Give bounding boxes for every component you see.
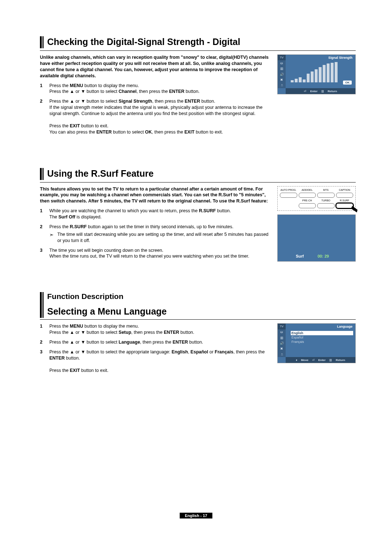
osd-language: TV ⛀ ▥ 🔊 ✖ ⎍ Language English Español Fr… [277, 323, 356, 363]
step-body: While you are watching the channel to wh… [49, 208, 271, 220]
heading-marker [40, 292, 44, 318]
enter-icon: ⏎ [304, 90, 306, 93]
step-number: 2 [40, 98, 49, 135]
sound-icon: 🔊 [278, 340, 286, 346]
step-body: Press the MENU button to display the men… [49, 83, 271, 95]
setup-icon: ✖ [278, 77, 286, 82]
ok-button[interactable]: OK [343, 81, 352, 85]
osd-footer: ♦Move ⏎Enter ▥Return [286, 357, 355, 363]
step-body: Press the MENU button to display the men… [49, 323, 271, 336]
section-rsurf: Using the R.Surf Feature This feature al… [40, 168, 356, 263]
highlight-stroke-icon [351, 206, 358, 213]
picture-icon: ▥ [278, 335, 286, 340]
osd-footer: ⏎Enter ▥Return [286, 88, 355, 94]
step-body: Press the ▲ or ▼ button to select the ap… [49, 349, 271, 374]
step-number: 3 [40, 349, 49, 374]
antenna-icon: ⛀ [278, 60, 286, 66]
return-icon: ▥ [329, 358, 332, 362]
surf-label: Surf [296, 254, 304, 258]
remote-button[interactable] [336, 193, 354, 198]
step-number: 2 [40, 224, 49, 244]
settings-icon: ⎍ [278, 352, 286, 357]
remote-button-rsurf[interactable] [336, 203, 354, 208]
setup-icon: ✖ [278, 346, 286, 352]
osd-sidebar: TV ⛀ ▥ 🔊 ✖ ⎍ [278, 324, 286, 357]
osd-title: Language [337, 325, 352, 328]
antenna-icon: ⛀ [278, 329, 286, 335]
settings-icon: ⎍ [278, 83, 286, 88]
step-body: Press the R.SURF button again to set the… [49, 224, 271, 244]
section-title: Selecting a Menu Language [47, 306, 167, 318]
section-label: Function Description [47, 292, 167, 301]
surf-time: 00: 29 [318, 254, 329, 258]
remote-button[interactable] [317, 193, 335, 198]
picture-icon: ▥ [278, 66, 286, 71]
language-list: English Español Français [289, 330, 353, 344]
section-intro: This feature allows you to set the TV to… [40, 186, 271, 205]
sidebar-tv-label: TV [278, 55, 286, 60]
sound-icon: 🔊 [278, 71, 286, 77]
section-title: Using the R.Surf Feature [47, 168, 154, 180]
lang-option-francais[interactable]: Français [291, 340, 353, 344]
note-arrow-icon: ➣ [49, 231, 57, 244]
enter-icon: ⏎ [312, 358, 315, 362]
remote-button[interactable] [299, 193, 316, 198]
step-number: 1 [40, 83, 49, 95]
osd-title: Signal Strength [328, 56, 352, 60]
section-intro: Unlike analog channels, which can vary i… [40, 54, 271, 79]
remote-button[interactable] [299, 203, 316, 208]
remote-button[interactable] [317, 203, 335, 208]
lang-option-espanol[interactable]: Español [291, 335, 353, 340]
step-body: The time you set will begin counting dow… [49, 247, 271, 260]
return-icon: ▥ [321, 90, 324, 93]
lang-option-english[interactable]: English [291, 331, 353, 335]
section-title: Checking the Digital-Signal Strength - D… [47, 36, 240, 48]
tv-screen-surf: Surf 00: 29 [277, 214, 356, 262]
remote-control-snippet: AUTO PROG. ADD/DEL MTS CAPTION PRE-CH TU… [277, 186, 356, 211]
osd-signal-strength: TV ⛀ ▥ 🔊 ✖ ⎍ Signal Strength [277, 54, 356, 94]
sidebar-tv-label: TV [278, 324, 286, 329]
signal-bar-chart [289, 61, 353, 82]
section-language: Function Description Selecting a Menu La… [40, 292, 356, 377]
page-footer: English - 17 [180, 513, 212, 518]
heading-marker [40, 168, 44, 180]
move-icon: ♦ [296, 358, 297, 362]
heading-marker [40, 36, 44, 48]
step-number: 1 [40, 323, 49, 336]
osd-sidebar: TV ⛀ ▥ 🔊 ✖ ⎍ [278, 55, 286, 88]
step-number: 3 [40, 247, 49, 260]
step-number: 1 [40, 208, 49, 220]
step-number: 2 [40, 339, 49, 345]
step-body: Press the ▲ or ▼ button to select Signal… [49, 98, 271, 135]
step-body: Press the ▲ or ▼ button to select Langua… [49, 339, 271, 345]
section-signal-strength: Checking the Digital-Signal Strength - D… [40, 36, 356, 139]
remote-button[interactable] [280, 193, 297, 198]
